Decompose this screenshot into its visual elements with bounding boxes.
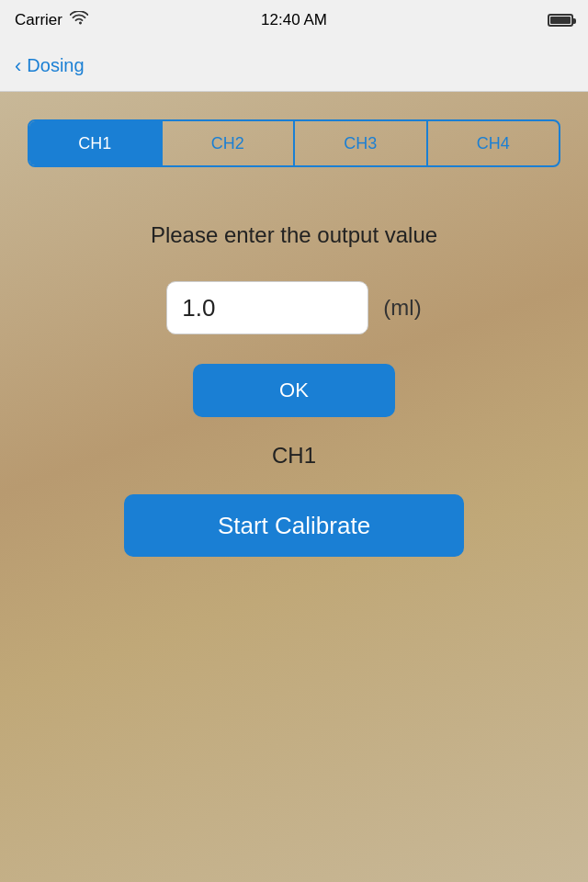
unit-label: (ml) — [383, 295, 421, 321]
battery-icon — [548, 14, 573, 27]
ok-button[interactable]: OK — [193, 364, 395, 417]
status-bar: Carrier 12:40 AM — [0, 0, 588, 40]
channel-tabs: CH1 CH2 CH3 CH4 — [28, 119, 560, 167]
tab-ch3[interactable]: CH3 — [295, 121, 427, 165]
input-row: (ml) — [166, 281, 421, 334]
back-chevron-icon: ‹ — [15, 56, 21, 76]
tab-ch2[interactable]: CH2 — [163, 121, 295, 165]
tab-ch1[interactable]: CH1 — [29, 121, 162, 165]
status-time: 12:40 AM — [261, 11, 327, 29]
start-calibrate-button[interactable]: Start Calibrate — [124, 494, 464, 557]
back-label: Dosing — [27, 55, 84, 76]
prompt-text: Please enter the output value — [151, 222, 437, 248]
nav-bar: ‹ Dosing — [0, 40, 588, 92]
tab-ch4[interactable]: CH4 — [428, 121, 560, 165]
carrier-label: Carrier — [15, 11, 62, 29]
back-button[interactable]: ‹ Dosing — [15, 55, 85, 76]
status-left: Carrier — [15, 11, 88, 30]
output-value-input[interactable] — [166, 281, 368, 334]
main-content: CH1 CH2 CH3 CH4 Please enter the output … — [0, 92, 588, 882]
status-right — [548, 14, 573, 27]
channel-label: CH1 — [272, 443, 316, 469]
wifi-icon — [70, 11, 88, 30]
